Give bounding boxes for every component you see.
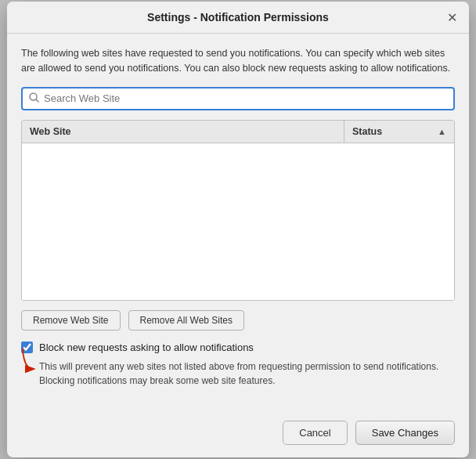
close-button[interactable]: ✕	[444, 9, 460, 25]
remove-website-button[interactable]: Remove Web Site	[21, 310, 121, 331]
dialog-title: Settings - Notification Permissions	[147, 11, 329, 23]
cancel-button[interactable]: Cancel	[283, 421, 347, 445]
col-website: Web Site	[22, 121, 344, 143]
table-header: Web Site Status ▲	[22, 121, 454, 143]
settings-dialog: Settings - Notification Permissions ✕ Th…	[7, 2, 469, 457]
svg-line-1	[36, 99, 38, 102]
search-input[interactable]	[44, 92, 447, 104]
remove-all-button[interactable]: Remove All Web Sites	[128, 310, 245, 331]
block-requests-label: Block new requests asking to allow notif…	[39, 342, 254, 353]
block-requests-checkbox[interactable]	[21, 342, 33, 353]
dialog-header: Settings - Notification Permissions ✕	[7, 2, 469, 34]
action-buttons: Remove Web Site Remove All Web Sites	[21, 310, 455, 331]
description-text: The following web sites have requested t…	[21, 46, 455, 76]
col-status: Status ▲	[344, 121, 454, 143]
dialog-footer: Cancel Save Changes	[7, 413, 469, 457]
dialog-body: The following web sites have requested t…	[7, 34, 469, 413]
search-container	[21, 87, 455, 110]
save-button[interactable]: Save Changes	[355, 421, 455, 445]
table-body	[22, 143, 454, 300]
websites-table: Web Site Status ▲	[21, 120, 455, 301]
hint-text: This will prevent any web sites not list…	[39, 360, 455, 388]
sort-arrow-icon[interactable]: ▲	[438, 127, 446, 136]
search-icon	[29, 92, 39, 105]
block-requests-row: Block new requests asking to allow notif…	[21, 342, 455, 353]
